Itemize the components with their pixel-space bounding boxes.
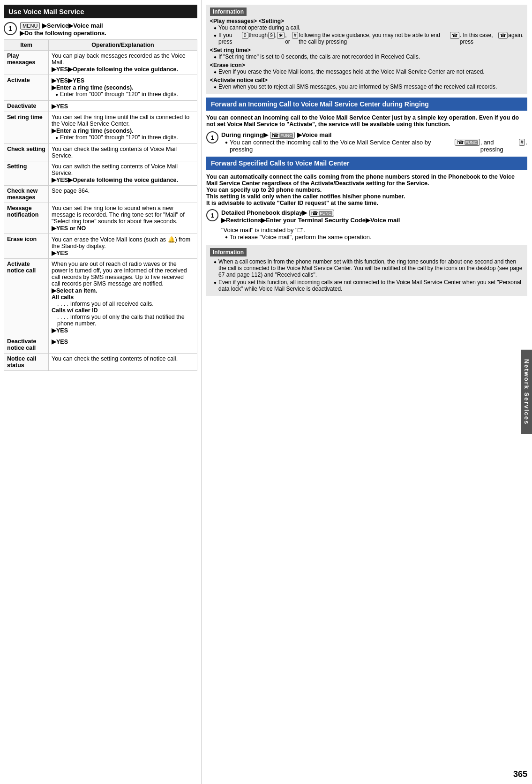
step-1-row: 1 MENU ▶Service▶Voice mail ▶Do the follo… [4, 22, 197, 37]
section3-note2: To release "Voice mail", perform the sam… [225, 234, 400, 241]
operations-table: Item Operation/Explanation Playmessages … [4, 39, 197, 371]
item-check-new-messages: Check newmessages [4, 186, 49, 203]
content-check-setting: You can check the setting contents of Vo… [48, 144, 197, 161]
content-play-messages: You can play back messages recorded as t… [48, 51, 197, 75]
key-hash2: # [519, 139, 525, 146]
step-1-line1: MENU ▶Service▶Voice mail [20, 22, 197, 30]
page-number: 365 [513, 769, 527, 779]
section3-note1: "Voice mail" is indicated by "□". [221, 226, 400, 234]
table-row: Setting You can switch the setting conte… [4, 161, 197, 186]
section2-step1-bullet: You can connect the incoming call to the… [225, 139, 527, 153]
info-box-1-title: Information [210, 8, 247, 16]
section3-step1: 1 Detailed Phonebook display▶ i☎FUNC ▶Re… [206, 209, 527, 241]
content-activate-notice-call: When you are out of reach of radio waves… [48, 259, 197, 336]
table-row: Deactivatenotice call ▶YES [4, 336, 197, 354]
func-key-irec2: i☎FUNC [455, 139, 480, 146]
item-deactivate: Deactivate [4, 101, 49, 112]
func-key-irec: i☎FUNC [270, 132, 295, 139]
info-subtitle-erase: <Erase icon> [210, 62, 524, 68]
info-subtitle-notice: <Activate notice call> [210, 77, 524, 83]
info-bullet-3: If "Set ring time" is set to 0 seconds, … [214, 53, 524, 60]
key-hash: # [292, 32, 299, 39]
info-bullet-5: Even when you set to reject all SMS mess… [214, 83, 524, 90]
section2-step1-content: During ringing▶ i☎FUNC ▶Voice mail You c… [221, 131, 527, 154]
section3-step1-num: 1 [206, 209, 218, 221]
section2-step1-num: 1 [206, 131, 218, 143]
section3-intro: You can automatically connect the calls … [206, 173, 527, 206]
bullet-ring-time: Enter from "000" through "120" in three … [55, 134, 194, 141]
item-notice-call-status: Notice callstatus [4, 354, 49, 371]
section3-title: Forward Specified Calls to Voice Mail Ce… [206, 157, 527, 170]
section2-step1-line: During ringing▶ i☎FUNC ▶Voice mail [221, 131, 527, 139]
item-message-notification: Messagenotification [4, 203, 49, 234]
col-header-operation: Operation/Explanation [48, 40, 197, 51]
item-erase-icon: Erase icon [4, 234, 49, 259]
section3-step1-line1: Detailed Phonebook display▶ i☎FUNC [221, 209, 400, 217]
content-deactivate: ▶YES [48, 101, 197, 112]
bullet-activate: Enter from "000" through "120" in three … [55, 91, 194, 98]
table-row: Messagenotification You can set the ring… [4, 203, 197, 234]
item-activate-notice-call: Activatenotice call [4, 259, 49, 336]
key-end2: ☎ [498, 32, 508, 39]
left-column: Use Voice Mail Service 1 MENU ▶Service▶V… [0, 0, 202, 784]
content-activate: ▶YES▶YES ▶Enter a ring time (seconds). E… [48, 75, 197, 101]
section3-step1-line2: ▶Restrictions▶Enter your Terminal Securi… [221, 217, 400, 224]
info-bullet-1: You cannot operate during a call. [214, 24, 524, 31]
info2-bullet-2: Even if you set this function, all incom… [214, 279, 524, 292]
step-1-line2: ▶Do the following operations. [20, 30, 197, 37]
key-9: 9 [268, 32, 275, 39]
key-star: ✱ [277, 32, 285, 39]
table-row: Deactivate ▶YES [4, 101, 197, 112]
table-row: Check setting You can check the setting … [4, 144, 197, 161]
section2-title: Forward an Incoming Call to Voice Mail S… [206, 98, 527, 111]
section2-intro: You can connect an incoming call to the … [206, 114, 527, 128]
info-bullet-4: Even if you erase the Voice Mail icons, … [214, 68, 524, 75]
network-services-sidebar: Network Services [521, 350, 532, 434]
table-row: Erase icon You can erase the Voice Mail … [4, 234, 197, 259]
item-setting: Setting [4, 161, 49, 186]
item-set-ring-time: Set ring time [4, 112, 49, 144]
table-row: Notice callstatus You can check the sett… [4, 354, 197, 371]
key-end: ☎ [450, 32, 459, 39]
step-1-content: MENU ▶Service▶Voice mail ▶Do the followi… [20, 22, 197, 37]
info-box-2-title: Information [210, 248, 247, 256]
content-deactivate-notice-call: ▶YES [48, 336, 197, 354]
info-box-1: Information <Play messages> <Setting> Yo… [206, 5, 527, 94]
section3-step1-content: Detailed Phonebook display▶ i☎FUNC ▶Rest… [221, 209, 400, 241]
table-row: Check newmessages See page 364. [4, 186, 197, 203]
item-play-messages: Playmessages [4, 51, 49, 75]
item-activate: Activate [4, 75, 49, 101]
item-deactivate-notice-call: Deactivatenotice call [4, 336, 49, 354]
info-subtitle-play: <Play messages> <Setting> [210, 18, 524, 24]
step-1-number: 1 [4, 22, 17, 35]
info-subtitle-ring: <Set ring time> [210, 47, 524, 53]
table-row: Activate ▶YES▶YES ▶Enter a ring time (se… [4, 75, 197, 101]
left-section-title: Use Voice Mail Service [4, 5, 197, 18]
content-notice-call-status: You can check the setting contents of no… [48, 354, 197, 371]
func-key-irec3: i☎FUNC [309, 210, 334, 217]
key-0: 0 [242, 32, 248, 39]
info2-bullet-1: When a call comes in from the phone numb… [214, 258, 524, 278]
item-check-setting: Check setting [4, 144, 49, 161]
table-row: Playmessages You can play back messages … [4, 51, 197, 75]
menu-key: MENU [20, 22, 40, 30]
content-check-new-messages: See page 364. [48, 186, 197, 203]
info-bullet-2: If you press 0 through 9, ✱, or # follow… [214, 32, 524, 45]
content-setting: You can switch the setting contents of V… [48, 161, 197, 186]
table-row: Set ring time You can set the ring time … [4, 112, 197, 144]
col-header-item: Item [4, 40, 49, 51]
content-message-notification: You can set the ring tone to sound when … [48, 203, 197, 234]
info-box-2: Information When a call comes in from th… [206, 245, 527, 296]
right-column: Information <Play messages> <Setting> Yo… [202, 0, 532, 784]
content-set-ring-time: You can set the ring time until the call… [48, 112, 197, 144]
table-row: Activatenotice call When you are out of … [4, 259, 197, 336]
content-erase-icon: You can erase the Voice Mail icons (such… [48, 234, 197, 259]
section2-step1: 1 During ringing▶ i☎FUNC ▶Voice mail You… [206, 131, 527, 154]
